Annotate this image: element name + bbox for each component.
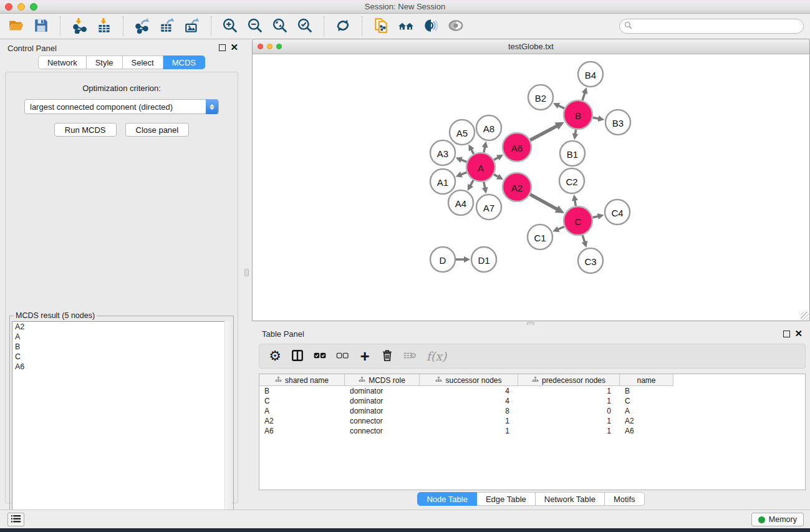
table-cell[interactable]: 1	[518, 417, 620, 425]
table-header-row: shared nameMCDS rolesuccessor nodesprede…	[259, 374, 673, 386]
column-header-successor-nodes[interactable]: successor nodes	[420, 374, 518, 386]
column-header-name[interactable]: name	[620, 374, 673, 386]
table-cell[interactable]: 8	[420, 407, 518, 415]
network-window-titlebar[interactable]: testGlobe.txt	[253, 39, 809, 54]
table-cell[interactable]: A6	[259, 427, 345, 435]
table-cell[interactable]: B	[620, 387, 673, 395]
show-all-button[interactable]	[443, 16, 468, 37]
table-cell[interactable]: connector	[345, 427, 420, 435]
home-network-view-button[interactable]	[393, 16, 418, 37]
tab-network[interactable]: Network	[38, 56, 87, 69]
table-close-icon[interactable]: ✕	[794, 328, 803, 339]
table-float-icon[interactable]	[783, 331, 790, 337]
table-cell[interactable]: dominator	[345, 397, 420, 405]
tab-style[interactable]: Style	[87, 56, 123, 69]
graph-node-label: C	[575, 216, 582, 227]
search-input[interactable]	[635, 22, 803, 31]
network-canvas[interactable]: B4B2BB3A8A5A6A3B1AC2A1A2A4A7C4CC1DD1C3	[253, 54, 809, 321]
show-task-history-button[interactable]	[7, 513, 24, 526]
table-cell[interactable]: 0	[518, 407, 620, 415]
mcds-result-item[interactable]: A2	[12, 322, 231, 332]
save-session-button[interactable]	[29, 16, 54, 37]
table-row[interactable]: Cdominator41C	[259, 396, 805, 406]
vertical-split-grip[interactable]	[244, 269, 249, 276]
mcds-result-item[interactable]: B	[12, 342, 231, 352]
column-header-MCDS-role[interactable]: MCDS role	[345, 374, 420, 386]
add-row-button[interactable]: +	[355, 347, 374, 365]
hide-selected-button[interactable]	[418, 16, 443, 37]
criterion-dropdown[interactable]: largest connected component (directed)	[24, 99, 219, 114]
mcds-result-scrollbar[interactable]	[224, 321, 231, 527]
zoom-out-button[interactable]	[243, 16, 268, 37]
mcds-result-item[interactable]: A	[12, 332, 231, 342]
tab-motifs[interactable]: Motifs	[605, 492, 645, 506]
table-cell[interactable]: dominator	[345, 407, 420, 415]
tab-mcds[interactable]: MCDS	[163, 56, 205, 69]
refresh-layout-button[interactable]	[330, 16, 355, 37]
tab-network-table[interactable]: Network Table	[536, 492, 605, 506]
open-session-button[interactable]	[4, 16, 29, 37]
zoom-in-button[interactable]	[218, 16, 243, 37]
insert-column-button[interactable]	[288, 347, 307, 365]
graph-arrowhead	[598, 115, 605, 122]
mcds-result-item[interactable]: A6	[12, 362, 231, 372]
column-header-predecessor-nodes[interactable]: predecessor nodes	[518, 374, 620, 386]
import-network-button[interactable]	[67, 16, 92, 37]
table-cell[interactable]: connector	[345, 417, 420, 425]
zoom-fit-button[interactable]	[268, 16, 292, 37]
network-resize-grip[interactable]	[801, 312, 809, 320]
table-cell[interactable]: C	[259, 397, 345, 405]
table-settings-button[interactable]: ⚙	[266, 347, 284, 365]
import-table-button[interactable]	[92, 16, 117, 37]
float-panel-icon[interactable]	[219, 44, 226, 51]
table-row[interactable]: A6connector11A6	[259, 426, 805, 436]
table-cell[interactable]: 1	[420, 417, 518, 425]
table-cell[interactable]: A	[620, 407, 673, 415]
zoom-selected-button[interactable]	[292, 16, 317, 37]
table-cell[interactable]: B	[259, 387, 345, 395]
table-cell[interactable]: A2	[259, 417, 345, 425]
tab-select[interactable]: Select	[123, 56, 163, 69]
mcds-result-item[interactable]: C	[12, 352, 231, 362]
table-cell[interactable]: A6	[620, 427, 673, 435]
table-row[interactable]: A2connector11A2	[259, 416, 805, 426]
select-all-rows-button[interactable]	[311, 347, 329, 365]
sitemap-icon	[275, 376, 282, 385]
table-cell[interactable]: 4	[420, 387, 518, 395]
table-cell[interactable]: C	[620, 397, 673, 405]
table-cell[interactable]: A	[259, 407, 345, 415]
graph-edge-A2-C[interactable]	[530, 195, 558, 210]
tab-node-table[interactable]: Node Table	[417, 492, 477, 506]
run-mcds-button[interactable]: Run MCDS	[54, 123, 117, 137]
open-manual-button[interactable]	[369, 16, 393, 37]
network-window-title: testGlobe.txt	[253, 42, 809, 51]
status-bar: Memory	[0, 510, 810, 528]
delete-row-button[interactable]	[378, 347, 397, 365]
delete-table-button[interactable]	[400, 347, 419, 365]
table-cell[interactable]: 4	[420, 397, 518, 405]
table-cell[interactable]: 1	[420, 427, 518, 435]
table-cell[interactable]: 1	[518, 397, 620, 405]
close-panel-button[interactable]: Close panel	[125, 123, 190, 137]
table-row[interactable]: Adominator80A	[259, 406, 805, 416]
function-builder-button[interactable]: f(x)	[423, 347, 450, 365]
memory-button[interactable]: Memory	[751, 513, 804, 526]
close-panel-icon[interactable]: ✕	[230, 42, 238, 53]
toolbar-separator	[324, 16, 324, 36]
tab-edge-table[interactable]: Edge Table	[477, 492, 536, 506]
export-image-button[interactable]	[180, 16, 205, 37]
session-title: Session: New Session	[0, 2, 810, 11]
export-table-button[interactable]	[155, 16, 180, 37]
column-header-shared-name[interactable]: shared name	[259, 374, 345, 386]
mcds-result-list[interactable]: A2ABCA6	[12, 321, 231, 525]
graph-arrowhead	[482, 187, 488, 194]
table-cell[interactable]: A2	[620, 417, 673, 425]
table-cell[interactable]: dominator	[345, 387, 420, 395]
export-network-button[interactable]	[130, 16, 155, 37]
graph-edge-B-B4[interactable]	[582, 92, 585, 100]
table-row[interactable]: Bdominator41B	[259, 386, 805, 396]
table-cell[interactable]: 1	[518, 427, 620, 435]
table-cell[interactable]: 1	[518, 387, 620, 395]
deselect-all-rows-button[interactable]	[333, 347, 352, 365]
graph-edge-A6-B[interactable]	[530, 125, 557, 140]
